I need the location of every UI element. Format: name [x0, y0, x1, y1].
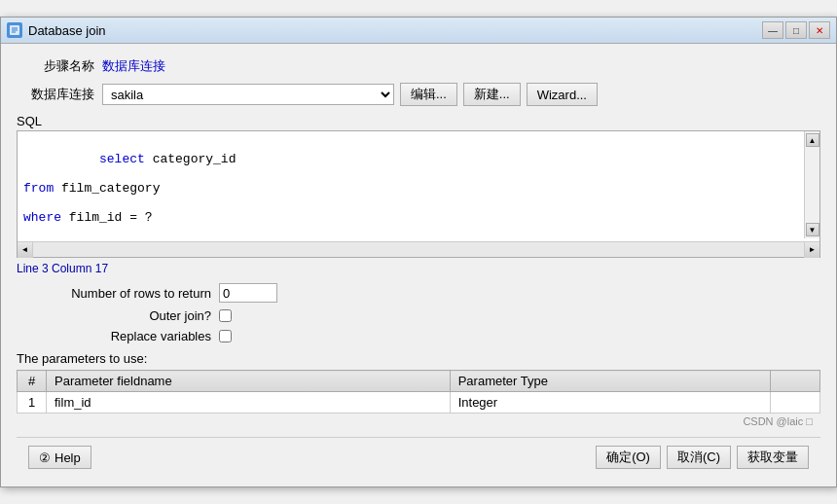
sql-label: SQL: [17, 114, 820, 128]
step-name-label: 步骤名称: [17, 57, 94, 75]
replace-vars-row: Replace variables: [17, 329, 820, 343]
sql-editor[interactable]: select category_id from film_category wh…: [18, 131, 819, 238]
params-table-header: # Parameter fieldname Parameter Type: [18, 371, 820, 392]
db-connection-label: 数据库连接: [17, 86, 94, 103]
scroll-left-arrow[interactable]: ◄: [18, 242, 33, 258]
h-scroll-track: [33, 242, 804, 257]
title-bar-left: Database join: [7, 22, 106, 38]
step-name-row: 步骤名称: [17, 57, 820, 75]
db-connection-controls: sakila 编辑... 新建... Wizard...: [102, 83, 820, 106]
db-connection-row: 数据库连接 sakila 编辑... 新建... Wizard...: [17, 83, 820, 106]
col-type: Parameter Type: [450, 371, 770, 392]
params-table: # Parameter fieldname Parameter Type 1 f…: [17, 370, 820, 414]
scroll-down-arrow[interactable]: ▼: [806, 223, 819, 236]
row-extra: [770, 392, 819, 414]
help-button[interactable]: ② Help: [28, 446, 91, 469]
col-index: #: [18, 371, 47, 392]
help-icon: ②: [39, 450, 51, 465]
edit-button[interactable]: 编辑...: [400, 83, 457, 106]
db-connection-select[interactable]: sakila: [102, 84, 394, 105]
help-label: Help: [55, 450, 81, 465]
app-icon: [7, 22, 22, 38]
window-controls: — □ ✕: [762, 21, 830, 39]
window-title: Database join: [28, 23, 106, 38]
scroll-right-arrow[interactable]: ►: [804, 242, 819, 258]
outer-join-label: Outer join?: [17, 308, 211, 323]
row-type: Integer: [450, 392, 770, 414]
watermark: CSDN @laic □: [17, 414, 820, 431]
row-fieldname: film_id: [47, 392, 451, 414]
confirm-button[interactable]: 确定(O): [596, 446, 661, 469]
outer-join-checkbox[interactable]: [219, 309, 232, 322]
outer-join-row: Outer join?: [17, 308, 820, 323]
sql-editor-wrapper: select category_id from film_category wh…: [17, 130, 820, 258]
vertical-scrollbar[interactable]: ▲ ▼: [804, 131, 819, 238]
replace-vars-label: Replace variables: [17, 329, 211, 343]
sql-section: SQL select category_id from film_categor…: [17, 114, 820, 258]
title-bar: Database join — □ ✕: [1, 18, 836, 44]
step-name-input[interactable]: [102, 59, 266, 74]
col-extra: [770, 371, 819, 392]
row-index: 1: [18, 392, 47, 414]
table-row: 1 film_id Integer: [18, 392, 820, 414]
scroll-up-arrow[interactable]: ▲: [806, 133, 819, 147]
new-button[interactable]: 新建...: [463, 83, 521, 106]
rows-to-return-input[interactable]: [219, 283, 277, 303]
maximize-button[interactable]: □: [785, 21, 807, 39]
replace-vars-checkbox[interactable]: [219, 330, 232, 342]
params-label: The parameters to use:: [17, 351, 820, 366]
sql-status: Line 3 Column 17: [17, 262, 820, 275]
preview-button[interactable]: 获取变量: [737, 446, 809, 469]
col-fieldname: Parameter fieldname: [47, 371, 451, 392]
dialog-content: 步骤名称 数据库连接 sakila 编辑... 新建... Wizard... …: [1, 44, 836, 486]
bottom-bar: ② Help 确定(O) 取消(C) 获取变量: [17, 437, 820, 477]
rows-to-return-row: Number of rows to return: [17, 283, 820, 303]
cancel-button[interactable]: 取消(C): [667, 446, 731, 469]
rows-to-return-label: Number of rows to return: [17, 286, 211, 301]
minimize-button[interactable]: —: [762, 21, 783, 39]
options-section: Number of rows to return Outer join? Rep…: [17, 283, 820, 343]
horizontal-scrollbar[interactable]: ◄ ►: [18, 241, 819, 257]
main-window: Database join — □ ✕ 步骤名称 数据库连接 sakila 编辑…: [0, 17, 837, 487]
wizard-button[interactable]: Wizard...: [527, 83, 598, 106]
close-button[interactable]: ✕: [809, 21, 830, 39]
